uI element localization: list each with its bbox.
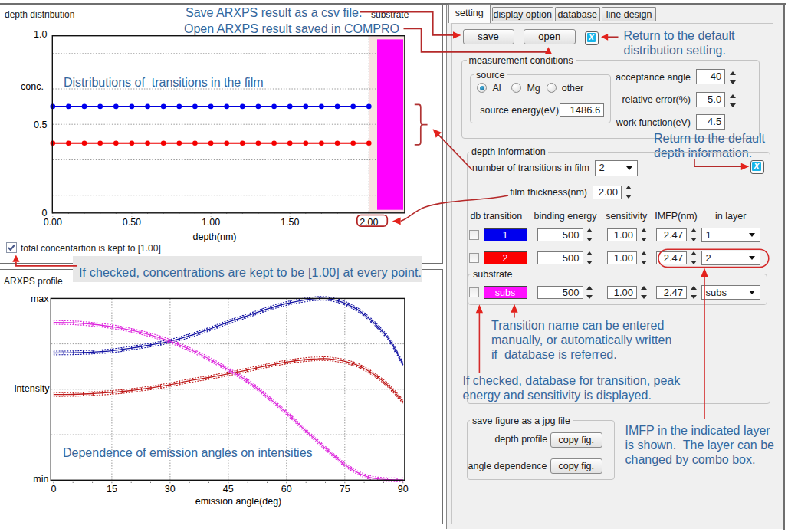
svg-text:60: 60 [281, 484, 292, 494]
svg-text:depth(nm): depth(nm) [193, 232, 237, 242]
svg-text:0.5: 0.5 [34, 120, 47, 130]
svg-text:0.00: 0.00 [44, 217, 62, 228]
svg-text:15: 15 [107, 484, 117, 494]
svg-text:90: 90 [398, 484, 409, 494]
svg-text:intensity: intensity [15, 383, 51, 394]
svg-text:30: 30 [165, 484, 176, 494]
svg-text:min: min [33, 474, 48, 484]
svg-text:2.00: 2.00 [360, 217, 378, 228]
svg-text:conc.: conc. [21, 81, 44, 92]
svg-text:75: 75 [340, 484, 350, 494]
svg-text:emission angle(deg): emission angle(deg) [195, 496, 282, 507]
svg-text:0.50: 0.50 [123, 217, 141, 228]
svg-text:45: 45 [223, 484, 234, 494]
svg-text:1.00: 1.00 [202, 217, 220, 228]
svg-text:max: max [31, 294, 49, 304]
svg-text:1.50: 1.50 [281, 217, 299, 228]
svg-text:0: 0 [51, 484, 56, 494]
svg-text:1.0: 1.0 [34, 29, 47, 40]
